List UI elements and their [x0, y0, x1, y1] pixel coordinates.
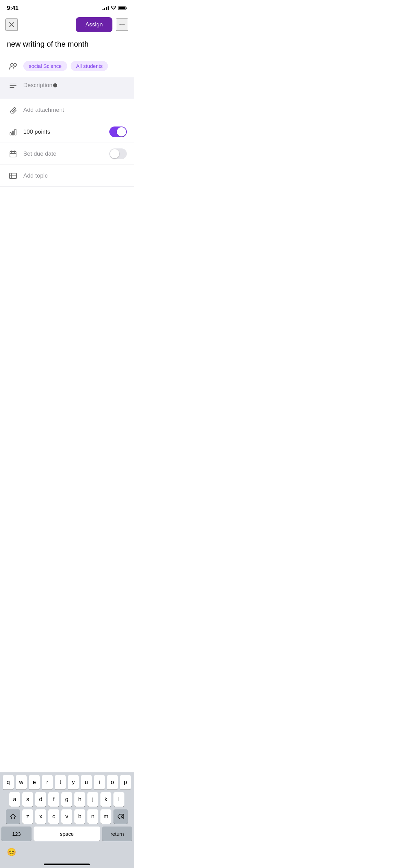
svg-point-7 [123, 24, 124, 25]
people-icon [7, 62, 19, 70]
points-row: 100 points [0, 121, 134, 143]
svg-point-5 [120, 24, 121, 25]
description-placeholder: Description [23, 82, 52, 89]
signal-icon [102, 6, 109, 10]
class-tag-science[interactable]: social Science [23, 61, 67, 71]
due-date-row: Set due date [0, 143, 134, 165]
status-time: 9:41 [7, 5, 19, 12]
nav-bar: Assign [0, 14, 134, 36]
description-row[interactable]: Description [0, 77, 134, 99]
class-tag-students[interactable]: All students [71, 61, 108, 71]
svg-point-8 [11, 63, 13, 66]
due-date-label: Set due date [23, 150, 56, 157]
more-options-button[interactable] [116, 19, 128, 31]
points-label: 100 points [23, 129, 50, 135]
nav-actions: Assign [76, 17, 128, 32]
attachment-row[interactable]: Add attachment [0, 99, 134, 121]
assign-button[interactable]: Assign [76, 17, 112, 32]
topic-row[interactable]: Add topic [0, 165, 134, 187]
attachment-label: Add attachment [23, 107, 64, 113]
topic-icon [7, 172, 19, 179]
title-section: new writing of the month [0, 36, 134, 55]
svg-point-9 [14, 63, 16, 66]
svg-rect-1 [126, 8, 127, 9]
close-button[interactable] [5, 19, 18, 31]
svg-rect-20 [10, 173, 16, 179]
points-icon [7, 128, 19, 136]
topic-label: Add topic [23, 172, 48, 179]
svg-rect-13 [10, 133, 11, 135]
svg-rect-15 [15, 129, 16, 135]
assignment-title[interactable]: new writing of the month [7, 40, 127, 49]
svg-rect-2 [119, 7, 125, 10]
description-icon [7, 83, 19, 89]
battery-icon [118, 6, 127, 10]
svg-point-6 [121, 24, 122, 25]
class-row: social Science All students [0, 55, 134, 77]
text-cursor [53, 83, 57, 87]
points-toggle[interactable] [109, 126, 127, 137]
status-icons [102, 6, 127, 10]
calendar-icon [7, 150, 19, 158]
class-tags: social Science All students [23, 61, 127, 71]
attachment-icon [7, 107, 19, 113]
wifi-icon [111, 6, 116, 10]
svg-rect-16 [10, 152, 16, 157]
status-bar: 9:41 [0, 0, 134, 14]
due-date-toggle[interactable] [109, 148, 127, 159]
svg-rect-14 [12, 131, 14, 135]
